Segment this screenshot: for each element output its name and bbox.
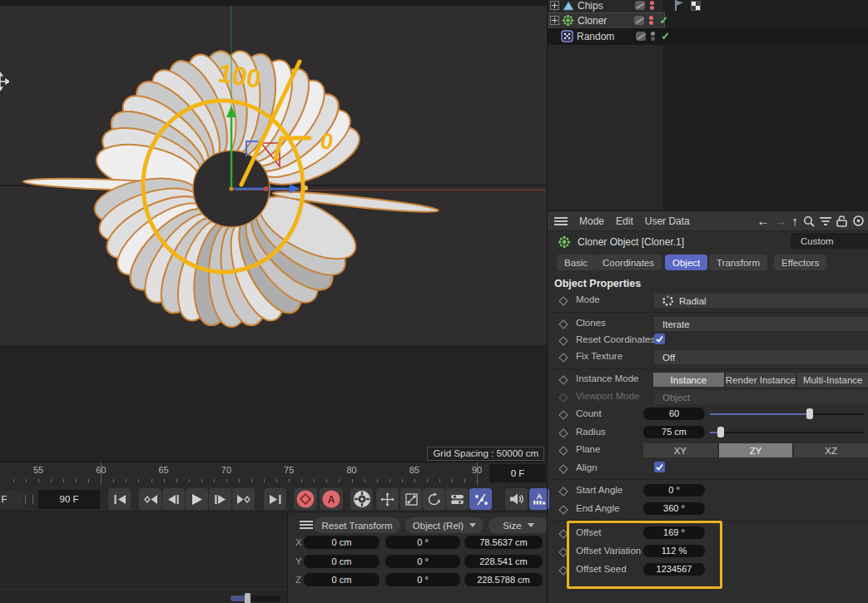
- lock-icon[interactable]: [836, 215, 847, 227]
- range-grip-icon[interactable]: [25, 495, 33, 504]
- clones-dropdown[interactable]: Iterate: [654, 317, 868, 331]
- enabled-check-icon[interactable]: ✓: [661, 32, 670, 41]
- menu-edit[interactable]: Edit: [616, 215, 633, 227]
- sound-button[interactable]: [505, 488, 528, 510]
- render-visibility-dot[interactable]: [650, 6, 654, 10]
- tab-coordinates[interactable]: Coordinates: [595, 255, 662, 270]
- keyframe-settings-button[interactable]: [350, 488, 373, 510]
- radius-input[interactable]: 75 cm: [643, 426, 705, 438]
- tab-object[interactable]: Object: [665, 255, 707, 270]
- menu-mode[interactable]: Mode: [579, 215, 604, 227]
- object-name[interactable]: Chips: [578, 0, 603, 12]
- end-angle-input[interactable]: 360 °: [643, 502, 705, 515]
- tab-basic[interactable]: Basic: [557, 255, 595, 270]
- filter-icon[interactable]: [820, 216, 831, 226]
- autokey-button[interactable]: A: [320, 488, 343, 510]
- record-keyframe-button[interactable]: [294, 488, 317, 510]
- size-z-input[interactable]: 228.5788 cm: [464, 573, 543, 586]
- radius-slider[interactable]: [710, 426, 865, 438]
- current-frame-field[interactable]: 0 F: [489, 464, 546, 482]
- position-y-input[interactable]: 0 cm: [304, 555, 379, 568]
- object-row-random[interactable]: Random ✓: [548, 28, 868, 44]
- position-x-input[interactable]: 0 cm: [304, 536, 379, 549]
- object-name[interactable]: Random: [577, 31, 614, 42]
- size-y-input[interactable]: 228.541 cm: [464, 555, 543, 568]
- start-angle-input[interactable]: 0 °: [643, 484, 705, 497]
- fix-texture-dropdown[interactable]: Off: [654, 350, 868, 364]
- record-scale-button[interactable]: [400, 488, 422, 510]
- menu-user-data[interactable]: User Data: [645, 215, 690, 227]
- search-icon[interactable]: [803, 215, 815, 227]
- tab-effectors[interactable]: Effectors: [774, 255, 826, 270]
- target-icon[interactable]: [852, 215, 865, 227]
- gizmo-center[interactable]: [229, 186, 233, 190]
- coordinate-mode-dropdown[interactable]: Object (Rel): [405, 517, 484, 533]
- editor-visibility-dot[interactable]: [649, 16, 653, 20]
- mode-dropdown[interactable]: Radial: [654, 294, 868, 308]
- record-parameters-button[interactable]: [446, 488, 469, 510]
- end-frame-field[interactable]: 90 F: [38, 490, 100, 509]
- record-position-button[interactable]: [376, 488, 399, 510]
- mode-label: Mode: [576, 294, 600, 304]
- align-checkbox[interactable]: [654, 462, 665, 472]
- object-row-chips[interactable]: Chips: [548, 0, 868, 13]
- flag-tag-icon[interactable]: [674, 0, 684, 11]
- size-x-input[interactable]: 78.5637 cm: [464, 536, 543, 549]
- edit-state-icon[interactable]: [634, 16, 644, 25]
- count-slider[interactable]: [710, 408, 865, 420]
- size-dropdown[interactable]: Size: [489, 517, 548, 533]
- rotation-x-input[interactable]: 0 °: [385, 536, 460, 549]
- texture-tag-icon[interactable]: [691, 1, 701, 11]
- edit-state-icon[interactable]: [635, 1, 645, 10]
- object-row-cloner[interactable]: Cloner ✓: [548, 12, 868, 28]
- up-arrow-icon[interactable]: ↑: [792, 214, 799, 228]
- object-name[interactable]: Cloner: [578, 15, 607, 27]
- plane-zy-option[interactable]: ZY: [719, 443, 793, 457]
- frame-tick: [339, 479, 340, 482]
- rotation-y-input[interactable]: 0 °: [385, 555, 460, 568]
- plane-xz-option[interactable]: XZ: [794, 443, 868, 457]
- rotation-z-input[interactable]: 0 °: [385, 573, 460, 586]
- play-button[interactable]: [186, 488, 208, 510]
- previous-key-button[interactable]: [139, 488, 161, 510]
- previous-frame-button[interactable]: [162, 488, 185, 510]
- expand-toggle-icon[interactable]: [550, 16, 559, 25]
- forward-arrow-icon[interactable]: →: [775, 214, 787, 228]
- expand-toggle-icon[interactable]: [550, 1, 559, 10]
- position-z-input[interactable]: 0 cm: [304, 573, 379, 586]
- back-arrow-icon[interactable]: ←: [757, 214, 770, 228]
- viewport-3d[interactable]: 100 0 Grid Spacing : 50000 cm: [0, 0, 548, 462]
- render-visibility-dot[interactable]: [651, 37, 655, 41]
- enabled-check-icon[interactable]: ✓: [659, 17, 668, 25]
- record-rotation-button[interactable]: [423, 488, 445, 510]
- instance-option[interactable]: Instance: [653, 373, 724, 387]
- multi-instance-option[interactable]: Multi-Instance: [797, 373, 868, 387]
- reset-transform-button[interactable]: Reset Transform: [314, 517, 400, 533]
- next-frame-button[interactable]: [209, 488, 231, 510]
- x-axis-handle[interactable]: [264, 186, 269, 191]
- tab-transform[interactable]: Transform: [709, 255, 767, 270]
- preset-dropdown[interactable]: Custom: [791, 233, 868, 249]
- editor-visibility-dot[interactable]: [651, 32, 655, 36]
- record-pla-button[interactable]: [469, 488, 492, 510]
- offset-input[interactable]: 169 °: [643, 526, 705, 539]
- edit-state-icon[interactable]: [636, 32, 646, 41]
- render-visibility-dot[interactable]: [649, 21, 653, 25]
- plane-xy-option[interactable]: XY: [643, 443, 717, 457]
- goto-start-button[interactable]: [108, 488, 131, 510]
- goto-end-button[interactable]: [264, 488, 286, 510]
- editor-visibility-dot[interactable]: [650, 1, 654, 5]
- timeline-zoom-knob[interactable]: [245, 593, 250, 603]
- reset-coordinates-checkbox[interactable]: [654, 334, 665, 344]
- frame-tick: [352, 479, 353, 482]
- offset-variation-input[interactable]: 112 %: [643, 545, 705, 557]
- next-key-button[interactable]: [232, 488, 255, 510]
- count-input[interactable]: 60: [643, 408, 705, 420]
- offset-seed-input[interactable]: 1234567: [643, 563, 705, 576]
- range-end-handle[interactable]: 90 F: [0, 491, 23, 508]
- timeline-zoom-track[interactable]: [231, 596, 280, 601]
- radius-label: Radius: [576, 427, 606, 437]
- timeline-ruler[interactable]: 5560657075808590: [0, 462, 487, 486]
- menu-icon[interactable]: [554, 217, 568, 225]
- render-instance-option[interactable]: Render Instance: [726, 373, 796, 387]
